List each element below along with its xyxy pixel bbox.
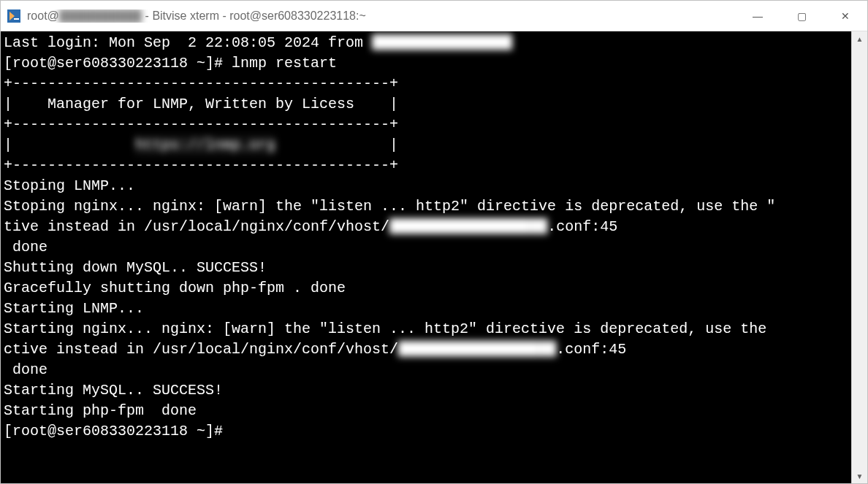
vertical-scrollbar[interactable]: ▲ ▼: [851, 31, 867, 483]
close-button[interactable]: ✕: [823, 1, 867, 31]
term-line: Stoping LNMP...: [4, 176, 848, 196]
terminal-area: Last login: Mon Sep 2 22:08:05 2024 from…: [1, 31, 867, 483]
title-suffix: - Bitvise xterm - root@ser608330223118:~: [142, 9, 366, 22]
scroll-up-button[interactable]: ▲: [852, 31, 867, 46]
redacted-domain: ██████████████████: [398, 339, 556, 360]
term-line: +---------------------------------------…: [4, 115, 848, 135]
term-line: +---------------------------------------…: [4, 74, 848, 94]
term-line: Last login: Mon Sep 2 22:08:05 2024 from…: [4, 33, 848, 53]
term-line: [root@ser608330223118 ~]# lnmp restart: [4, 53, 848, 74]
app-icon: [7, 9, 21, 23]
term-line: ctive instead in /usr/local/nginx/conf/v…: [4, 339, 848, 360]
window-title: root@██████████ - Bitvise xterm - root@s…: [27, 9, 736, 23]
term-line: Starting MySQL.. SUCCESS!: [4, 380, 848, 401]
app-window: root@██████████ - Bitvise xterm - root@s…: [0, 0, 868, 484]
title-host-redacted: ██████████: [59, 9, 142, 22]
term-line: Starting nginx... nginx: [warn] the "lis…: [4, 319, 848, 339]
maximize-button[interactable]: ▢: [780, 1, 823, 31]
window-controls: — ▢ ✕: [736, 1, 867, 31]
term-line: Starting php-fpm done: [4, 401, 848, 421]
svg-rect-2: [14, 18, 19, 20]
term-line: done: [4, 237, 848, 258]
scroll-down-button[interactable]: ▼: [852, 469, 867, 483]
minimize-button[interactable]: —: [736, 1, 780, 31]
term-line: | https://lnmp.org |: [4, 135, 848, 155]
term-line: Gracefully shutting down php-fpm . done: [4, 278, 848, 299]
term-line: Stoping nginx... nginx: [warn] the "list…: [4, 196, 848, 217]
redacted-ip: ████████████████: [372, 33, 512, 53]
term-line: Starting LNMP...: [4, 299, 848, 319]
redacted-domain: ██████████████████: [389, 217, 547, 237]
scroll-track[interactable]: [852, 46, 867, 469]
title-user: root@: [27, 9, 59, 22]
term-line: tive instead in /usr/local/nginx/conf/vh…: [4, 217, 848, 237]
redacted-url: https://lnmp.org: [135, 135, 275, 155]
term-line: [root@ser608330223118 ~]#: [4, 421, 848, 442]
term-line: +---------------------------------------…: [4, 155, 848, 176]
term-line: | Manager for LNMP, Written by Licess |: [4, 94, 848, 115]
term-line: Shutting down MySQL.. SUCCESS!: [4, 258, 848, 278]
term-line: done: [4, 360, 848, 380]
terminal-output[interactable]: Last login: Mon Sep 2 22:08:05 2024 from…: [1, 31, 851, 483]
titlebar[interactable]: root@██████████ - Bitvise xterm - root@s…: [1, 1, 867, 31]
